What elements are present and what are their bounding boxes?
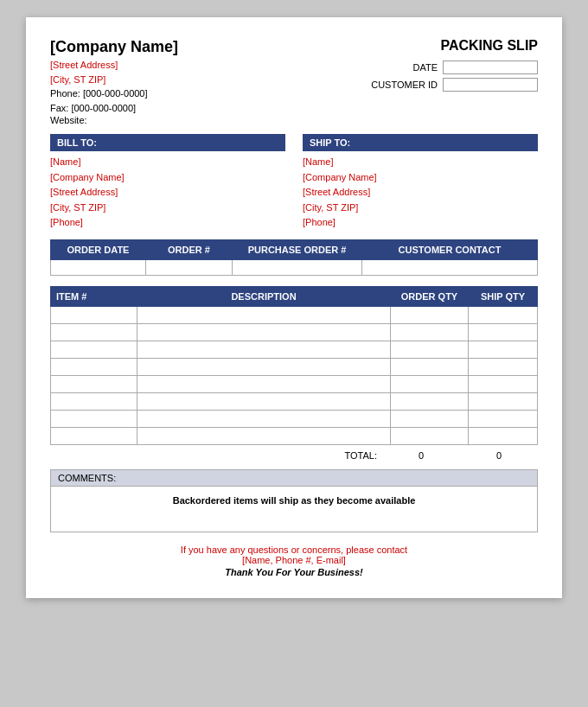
item-num-cell[interactable] <box>51 392 137 410</box>
ship-qty-cell[interactable] <box>469 392 538 410</box>
table-row <box>51 392 538 410</box>
ship-qty-cell[interactable] <box>469 375 538 392</box>
ship-qty-cell[interactable] <box>469 410 538 427</box>
bill-to-company: [Company Name] <box>50 170 285 186</box>
order-table: ORDER DATE ORDER # PURCHASE ORDER # CUST… <box>50 239 538 276</box>
table-row <box>51 410 538 427</box>
comments-box: COMMENTS: Backordered items will ship as… <box>50 469 538 532</box>
ship-to-city: [City, ST ZIP] <box>303 201 538 216</box>
col-ship-qty: SHIP QTY <box>469 286 538 306</box>
packing-slip-title: PACKING SLIP <box>368 38 538 54</box>
description-cell[interactable] <box>137 323 391 341</box>
order-qty-cell[interactable] <box>391 427 469 444</box>
col-order-num: ORDER # <box>146 239 233 259</box>
col-description: DESCRIPTION <box>137 286 391 306</box>
col-customer-contact: CUSTOMER CONTACT <box>362 239 538 259</box>
ship-to-street: [Street Address] <box>303 185 538 201</box>
item-num-cell[interactable] <box>51 375 137 392</box>
items-table-body <box>51 306 538 444</box>
bill-to-name: [Name] <box>50 155 285 170</box>
item-num-cell[interactable] <box>51 410 137 427</box>
ship-qty-cell[interactable] <box>469 306 538 323</box>
order-date-cell[interactable] <box>51 259 146 275</box>
date-row: DATE <box>368 61 538 74</box>
bill-to-city: [City, ST ZIP] <box>50 201 285 216</box>
order-qty-cell[interactable] <box>391 392 469 410</box>
total-label: TOTAL: <box>54 450 382 461</box>
date-customer-fields: DATE CUSTOMER ID <box>368 61 538 92</box>
po-num-cell[interactable] <box>233 259 362 275</box>
table-row <box>51 341 538 358</box>
order-table-wrap: ORDER DATE ORDER # PURCHASE ORDER # CUST… <box>50 239 538 276</box>
ship-to-header: SHIP TO: <box>303 134 538 151</box>
order-qty-cell[interactable] <box>391 375 469 392</box>
comments-header: COMMENTS: <box>51 470 537 487</box>
description-cell[interactable] <box>137 306 391 323</box>
ship-qty-cell[interactable] <box>469 341 538 358</box>
bill-to-street: [Street Address] <box>50 185 285 201</box>
description-cell[interactable] <box>137 392 391 410</box>
table-row <box>51 306 538 323</box>
company-street: [Street Address] <box>50 58 178 73</box>
customer-id-row: CUSTOMER ID <box>368 78 538 92</box>
item-num-cell[interactable] <box>51 323 137 341</box>
order-num-cell[interactable] <box>146 259 233 275</box>
customer-id-input[interactable] <box>443 78 538 92</box>
col-order-qty: ORDER QTY <box>391 286 469 306</box>
customer-id-label: CUSTOMER ID <box>368 80 438 90</box>
description-cell[interactable] <box>137 375 391 392</box>
company-phone: Phone: [000-000-0000] <box>50 86 178 101</box>
ship-to-phone: [Phone] <box>303 215 538 231</box>
description-cell[interactable] <box>137 358 391 375</box>
ship-to-name: [Name] <box>303 155 538 170</box>
description-cell[interactable] <box>137 410 391 427</box>
item-num-cell[interactable] <box>51 341 137 358</box>
table-row <box>51 259 538 275</box>
footer: If you have any questions or concerns, p… <box>50 545 538 577</box>
ship-qty-cell[interactable] <box>469 323 538 341</box>
order-qty-cell[interactable] <box>391 306 469 323</box>
description-cell[interactable] <box>137 427 391 444</box>
company-name: [Company Name] <box>50 38 178 56</box>
bill-to-header: BILL TO: <box>50 134 285 151</box>
total-row: TOTAL: 0 0 <box>50 450 538 461</box>
table-row <box>51 323 538 341</box>
items-table: ITEM # DESCRIPTION ORDER QTY SHIP QTY <box>50 286 538 445</box>
order-qty-cell[interactable] <box>391 341 469 358</box>
ship-to-company: [Company Name] <box>303 170 538 186</box>
company-fax: Fax: [000-000-0000] <box>50 101 178 116</box>
comments-body[interactable]: Backordered items will ship as they beco… <box>51 487 537 532</box>
packing-slip-document: [Company Name] [Street Address] [City, S… <box>26 17 562 598</box>
description-cell[interactable] <box>137 341 391 358</box>
col-item-num: ITEM # <box>51 286 137 306</box>
footer-thanks: Thank You For Your Business! <box>50 567 538 577</box>
total-order-qty: 0 <box>382 450 460 461</box>
date-label: DATE <box>368 62 438 73</box>
order-qty-cell[interactable] <box>391 323 469 341</box>
ship-qty-cell[interactable] <box>469 358 538 375</box>
table-row <box>51 358 538 375</box>
customer-contact-cell[interactable] <box>362 259 538 275</box>
ship-qty-cell[interactable] <box>469 427 538 444</box>
item-num-cell[interactable] <box>51 358 137 375</box>
footer-line1: If you have any questions or concerns, p… <box>50 545 538 555</box>
footer-line2: [Name, Phone #, E-mail] <box>50 555 538 565</box>
items-table-header: ITEM # DESCRIPTION ORDER QTY SHIP QTY <box>51 286 538 306</box>
table-row <box>51 427 538 444</box>
order-table-header: ORDER DATE ORDER # PURCHASE ORDER # CUST… <box>51 239 538 259</box>
company-website: Website: <box>50 115 178 125</box>
company-city: [City, ST ZIP] <box>50 73 178 87</box>
packing-slip-box: PACKING SLIP DATE CUSTOMER ID <box>368 38 538 125</box>
company-info: [Company Name] [Street Address] [City, S… <box>50 38 178 125</box>
col-po-num: PURCHASE ORDER # <box>233 239 362 259</box>
item-num-cell[interactable] <box>51 306 137 323</box>
total-ship-qty: 0 <box>460 450 538 461</box>
col-order-date: ORDER DATE <box>51 239 146 259</box>
date-input[interactable] <box>443 61 538 74</box>
order-qty-cell[interactable] <box>391 410 469 427</box>
items-table-wrap: ITEM # DESCRIPTION ORDER QTY SHIP QTY <box>50 286 538 445</box>
item-num-cell[interactable] <box>51 427 137 444</box>
table-row <box>51 375 538 392</box>
bill-to-phone: [Phone] <box>50 215 285 231</box>
order-qty-cell[interactable] <box>391 358 469 375</box>
